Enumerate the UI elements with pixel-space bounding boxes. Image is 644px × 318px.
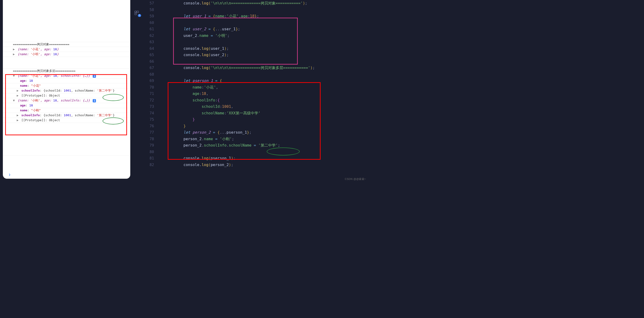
prop-age: age: 18 — [3, 103, 130, 108]
console-body: =============拷贝对象=========== ▶ {name: '小… — [3, 0, 130, 156]
school-mid: , schoolName: — [71, 113, 97, 117]
code-content[interactable]: console.log('\n\n\n\n=============拷贝对象==… — [158, 0, 366, 180]
summary-tail: } — [57, 52, 59, 56]
summary-tail: , schoolInfo: {…}} — [57, 74, 90, 78]
proto-val: Object — [49, 118, 60, 122]
age-label: , age: — [40, 99, 53, 102]
expand-icon[interactable]: ▶ — [13, 47, 15, 51]
log-expanded-2[interactable]: ▼ {name: '小刚', age: 18, schoolInfo: {…}}… — [3, 98, 130, 103]
console-prompt-icon[interactable]: ❯ — [9, 173, 10, 177]
school-end: } — [113, 89, 114, 92]
prop-name: name: "小刚" — [3, 108, 130, 113]
school-name: '第二中学' — [97, 113, 113, 117]
school-name: '第二中学' — [97, 89, 113, 92]
age-val: 18 — [29, 79, 33, 82]
summary-prefix: {name: — [18, 99, 30, 102]
age-label: , age: — [40, 47, 53, 51]
summary-tail: } — [57, 47, 59, 51]
log-expanded-1[interactable]: ▼ {name: '小花', age: 18, schoolInfo: {…}}… — [3, 74, 130, 78]
console-empty-row — [3, 57, 130, 69]
devtools-console: =============拷贝对象=========== ▶ {name: '小… — [3, 0, 130, 178]
proto-prop: [[Prototype]] — [22, 118, 46, 122]
summary-tail: , schoolInfo: {…}} — [57, 99, 90, 102]
exp2-sum-age: 18 — [53, 99, 57, 102]
log-obj2[interactable]: ▶ {name: '小明', age: 18} — [3, 52, 130, 57]
extension-badge: 1 — [138, 14, 141, 17]
collapse-icon[interactable]: ▼ — [13, 98, 15, 103]
watermark: CSDN @@索索~ — [345, 177, 366, 181]
summary-prefix: {name: — [18, 74, 30, 78]
summary-prefix: {name: — [18, 52, 30, 56]
school-id: 1001 — [64, 113, 71, 117]
extension-icon[interactable]: 1 — [133, 9, 141, 16]
expand-icon[interactable]: ▶ — [17, 113, 19, 117]
exp1-sum-name: '小花' — [30, 74, 40, 78]
age-label: , age: — [40, 74, 53, 78]
exp1-sum-age: 18 — [53, 74, 57, 78]
name-prop: name — [20, 109, 27, 112]
name-val: "小刚" — [31, 109, 41, 112]
prop-name: name: "小花" — [3, 83, 130, 88]
svg-rect-0 — [135, 11, 136, 13]
age-label: , age: — [40, 52, 53, 56]
school-end: } — [113, 113, 114, 117]
prop-schoolinfo[interactable]: ▶ schoolInfo: {schoolId: 1001, schoolNam… — [3, 88, 130, 93]
expand-icon[interactable]: ▶ — [17, 118, 19, 122]
log-obj1[interactable]: ▶ {name: '小花', age: 18} — [3, 47, 130, 52]
name-val: "小花" — [31, 84, 41, 87]
obj2-age: 18 — [53, 52, 57, 56]
proto-val: Object — [49, 94, 60, 97]
age-val: 18 — [29, 104, 33, 107]
line-gutter: 5758596061626364656667686970717273747576… — [142, 0, 158, 180]
school-prop: schoolInfo — [22, 113, 40, 117]
prop-schoolinfo[interactable]: ▶ schoolInfo: {schoolId: 1001, schoolNam… — [3, 113, 130, 118]
console-spacer — [3, 1, 130, 30]
log-header-copy-deep: =============拷贝对象多层=========== — [3, 69, 130, 74]
code-editor[interactable]: 5758596061626364656667686970717273747576… — [142, 0, 366, 180]
school-mid: , schoolName: — [71, 89, 97, 92]
console-empty-row — [3, 123, 130, 156]
name-prop: name — [20, 84, 27, 87]
exp2-sum-name: '小刚' — [30, 99, 40, 102]
expand-icon[interactable]: ▶ — [17, 93, 19, 98]
prop-proto[interactable]: ▶ [[Prototype]]: Object — [3, 118, 130, 123]
log-header-copy-obj: =============拷贝对象=========== — [3, 42, 130, 47]
console-empty-row — [3, 30, 130, 42]
obj1-age: 18 — [53, 47, 57, 51]
collapse-icon[interactable]: ▼ — [13, 74, 15, 78]
activity-bar: 1 — [133, 9, 142, 16]
info-icon[interactable]: i — [93, 99, 96, 102]
school-prop: schoolInfo — [22, 89, 40, 92]
expand-icon[interactable]: ▶ — [13, 52, 15, 56]
expand-icon[interactable]: ▶ — [17, 89, 19, 93]
svg-rect-1 — [137, 11, 138, 13]
obj2-name: '小明' — [30, 52, 40, 56]
prop-age: age: 18 — [3, 78, 130, 83]
obj1-name: '小花' — [30, 47, 40, 51]
school-id: 1001 — [64, 89, 71, 92]
summary-prefix: {name: — [18, 47, 30, 51]
age-prop: age — [20, 104, 26, 107]
svg-rect-2 — [135, 13, 136, 15]
info-icon[interactable]: i — [93, 74, 96, 78]
school-pre: {schoolId: — [44, 113, 64, 117]
school-pre: {schoolId: — [44, 89, 64, 92]
proto-prop: [[Prototype]] — [22, 94, 46, 97]
age-prop: age — [20, 79, 26, 82]
prop-proto[interactable]: ▶ [[Prototype]]: Object — [3, 93, 130, 98]
